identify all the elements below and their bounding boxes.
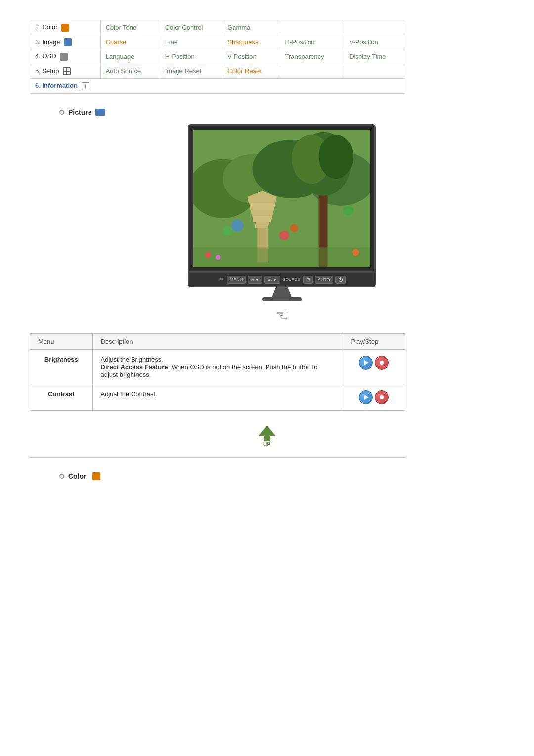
nav-item-coarse[interactable]: Coarse bbox=[100, 35, 160, 49]
ctrl-power-btn[interactable]: ⏻ bbox=[335, 276, 346, 284]
nav-label-osd: 4. OSD bbox=[35, 52, 56, 60]
picture-title: Picture bbox=[68, 108, 91, 116]
picture-icon bbox=[95, 109, 105, 116]
ctrl-brightness-btn[interactable]: ☀▼ bbox=[248, 276, 262, 284]
svg-point-8 bbox=[319, 135, 354, 179]
svg-point-19 bbox=[343, 206, 353, 216]
svg-point-17 bbox=[279, 230, 289, 240]
nav-item-color-tone[interactable]: Color Tone bbox=[100, 20, 160, 35]
svg-point-15 bbox=[232, 220, 244, 232]
nav-item-gamma[interactable]: Gamma bbox=[222, 20, 280, 35]
contrast-menu-name: Contrast bbox=[30, 384, 93, 410]
nav-item-color-reset[interactable]: Color Reset bbox=[222, 64, 280, 79]
monitor-screen bbox=[193, 130, 370, 267]
color-icon bbox=[61, 24, 69, 32]
info-table: Menu Description Play/Stop Brightness Ad… bbox=[30, 333, 405, 411]
nav-item-image-reset[interactable]: Image Reset bbox=[160, 64, 222, 79]
nav-row-color[interactable]: 2. Color bbox=[30, 20, 101, 35]
brightness-desc-bold: Direct Access Feature bbox=[101, 363, 168, 371]
nav-row-setup[interactable]: 5. Setup bbox=[30, 64, 101, 79]
nav-row-image[interactable]: 3. Image bbox=[30, 35, 101, 49]
color-section-icon bbox=[92, 472, 100, 480]
cursor-hand: ☜ bbox=[188, 306, 376, 324]
monitor-frame bbox=[188, 124, 376, 273]
color-section: Color bbox=[59, 472, 504, 480]
contrast-desc-normal: Adjust the Contrast. bbox=[101, 390, 157, 398]
nav-item-color-control[interactable]: Color Control bbox=[160, 20, 222, 35]
contrast-stop-button[interactable] bbox=[375, 390, 389, 404]
ctrl-menu-btn[interactable]: MENU bbox=[227, 276, 246, 284]
nav-row-osd[interactable]: 4. OSD bbox=[30, 49, 101, 64]
monitor-container: ≡≡ MENU ☀▼ ▲/▼ SOURCE ⊡ AUTO ⏻ ☜ bbox=[59, 124, 504, 324]
contrast-description: Adjust the Contrast. bbox=[92, 384, 343, 410]
svg-point-22 bbox=[216, 255, 221, 260]
nav-item-empty4 bbox=[344, 64, 405, 79]
garden-scene bbox=[193, 130, 370, 267]
up-arrow-stem bbox=[264, 436, 270, 441]
nav-item-empty2 bbox=[344, 20, 405, 35]
nav-item-empty1 bbox=[280, 20, 344, 35]
brightness-menu-name: Brightness bbox=[30, 349, 93, 384]
nav-item-auto-source[interactable]: Auto Source bbox=[100, 64, 160, 79]
nav-label-color: 2. Color bbox=[35, 23, 58, 31]
svg-point-21 bbox=[205, 252, 211, 258]
monitor-wrapper: ≡≡ MENU ☀▼ ▲/▼ SOURCE ⊡ AUTO ⏻ ☜ bbox=[188, 124, 376, 324]
svg-point-16 bbox=[223, 226, 233, 236]
nav-item-v-position[interactable]: V-Position bbox=[344, 35, 405, 49]
nav-item-transparency[interactable]: Transparency bbox=[280, 49, 344, 64]
contrast-btn-pair bbox=[351, 390, 398, 404]
nav-label-image: 3. Image bbox=[35, 38, 60, 46]
nav-item-language[interactable]: Language bbox=[100, 49, 160, 64]
brightness-btn-pair bbox=[351, 356, 398, 370]
brightness-playstop bbox=[343, 349, 405, 384]
brightness-description: Adjust the Brightness. Direct Access Fea… bbox=[92, 349, 343, 384]
setup-icon bbox=[63, 67, 71, 75]
navigation-table: 2. Color Color Tone Color Control Gamma … bbox=[30, 20, 405, 94]
osd-icon bbox=[60, 53, 68, 61]
nav-item-fine[interactable]: Fine bbox=[160, 35, 222, 49]
brightness-play-button[interactable] bbox=[359, 356, 373, 370]
nav-item-display-time[interactable]: Display Time bbox=[344, 49, 405, 64]
contrast-play-button[interactable] bbox=[359, 390, 373, 404]
col-header-description: Description bbox=[92, 333, 343, 349]
svg-point-23 bbox=[352, 249, 359, 256]
col-header-menu: Menu bbox=[30, 333, 93, 349]
table-row-brightness: Brightness Adjust the Brightness. Direct… bbox=[30, 349, 405, 384]
color-section-header: Color bbox=[59, 472, 504, 480]
monitor-controls: ≡≡ MENU ☀▼ ▲/▼ SOURCE ⊡ AUTO ⏻ bbox=[188, 273, 376, 287]
ctrl-source-btn[interactable]: ⊡ bbox=[303, 276, 313, 284]
nav-row-info[interactable]: 6. Information i bbox=[30, 79, 405, 94]
nav-item-sharpness[interactable]: Sharpness bbox=[222, 35, 280, 49]
brightness-desc-normal: Adjust the Brightness. bbox=[101, 356, 163, 363]
monitor-stand bbox=[272, 287, 292, 297]
image-icon bbox=[64, 38, 72, 46]
nav-item-empty3 bbox=[280, 64, 344, 79]
ctrl-nav-btn[interactable]: ▲/▼ bbox=[264, 276, 280, 284]
picture-radio bbox=[59, 110, 64, 115]
color-title: Color bbox=[68, 472, 87, 480]
up-label: UP bbox=[263, 442, 271, 447]
up-arrow-icon bbox=[258, 425, 276, 436]
picture-section-header: Picture bbox=[59, 108, 504, 116]
nav-item-osd-h-position[interactable]: H-Position bbox=[160, 49, 222, 64]
col-header-playstop: Play/Stop bbox=[343, 333, 405, 349]
nav-item-osd-v-position[interactable]: V-Position bbox=[222, 49, 280, 64]
info-icon: i bbox=[82, 82, 89, 90]
svg-point-18 bbox=[290, 224, 298, 232]
section-divider bbox=[30, 457, 405, 458]
ctrl-auto-btn[interactable]: AUTO bbox=[315, 276, 333, 284]
nav-label-info: 6. Information bbox=[35, 82, 78, 89]
ctrl-menu-label: ≡≡ bbox=[219, 277, 223, 282]
up-arrow[interactable]: UP bbox=[258, 425, 276, 447]
color-radio bbox=[59, 474, 64, 479]
nav-item-h-position[interactable]: H-Position bbox=[280, 35, 344, 49]
monitor-base bbox=[262, 297, 302, 301]
up-arrow-container: UP bbox=[30, 425, 504, 447]
contrast-playstop bbox=[343, 384, 405, 410]
brightness-stop-button[interactable] bbox=[375, 356, 389, 370]
table-row-contrast: Contrast Adjust the Contrast. bbox=[30, 384, 405, 410]
ctrl-source-label: SOURCE bbox=[283, 277, 300, 282]
nav-label-setup: 5. Setup bbox=[35, 67, 59, 75]
